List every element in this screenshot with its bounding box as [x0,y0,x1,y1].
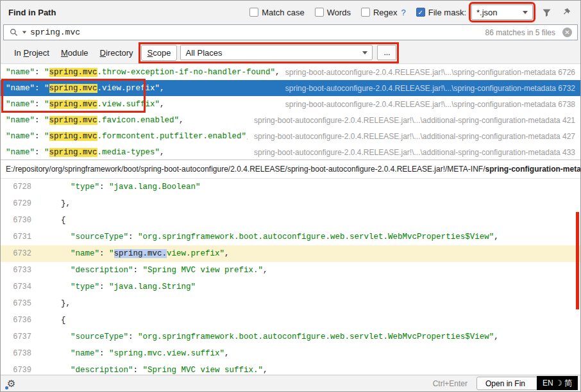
more-options-button[interactable]: ... [377,45,396,60]
file-mask-combo[interactable]: *.json [471,4,533,20]
result-file-path: spring-boot-autoconfigure-2.0.4.RELEASE.… [254,148,575,157]
code-text: "type": "java.lang.String" [42,282,196,291]
line-number: 6735 [1,299,42,308]
result-file-path: spring-boot-autoconfigure-2.0.4.RELEASE.… [254,116,575,125]
line-number: 6734 [1,282,42,291]
code-line: 6729 }, [1,195,580,212]
code-text: "name": "spring.mvc.view.prefix", [42,249,230,258]
line-number: 6730 [1,216,42,225]
line-number: 6739 [1,366,42,375]
code-text: "type": "java.lang.Boolean" [42,183,201,192]
result-file-path: spring-boot-autoconfigure-2.0.4.RELEASE.… [285,68,575,77]
gear-badge-dot [5,386,8,389]
result-match-text: "name": "spring.mvc.media-types", [6,148,248,157]
search-row: spring.mvc 86 matches in 5 files ✕ [1,24,580,42]
filter-icon[interactable] [540,6,553,19]
result-file-path: spring-boot-autoconfigure-2.0.4.RELEASE.… [254,132,575,141]
code-line: 6738 "name": "spring.mvc.view.suffix", [1,345,580,362]
option-label: Regex [373,8,398,17]
preview-file-path: E:/repository/org/springframework/boot/s… [1,159,580,179]
checkbox-icon[interactable] [249,8,258,17]
code-line: 6734 "type": "java.lang.String" [1,279,580,295]
scope-tab-scope[interactable]: Scope [141,45,178,61]
result-match-text: "name": "spring.mvc.view.suffix", [6,100,279,109]
pin-icon[interactable] [560,6,573,19]
line-number: 6738 [1,349,42,358]
code-text: "description": "Spring MVC view prefix."… [42,266,268,275]
option-words[interactable]: Words [315,8,351,17]
ime-indicator: EN ☽ 简 [537,376,578,390]
result-match-text: "name": "spring.mvc.favicon.enabled", [6,116,248,125]
scope-tab-module[interactable]: Module [55,45,94,60]
footer: ⚙ Ctrl+Enter Open in Fin EN ☽ 简 [1,375,580,391]
file-path-text: E:/repository/org/springframework/boot/s… [6,165,485,174]
scope-row: In ProjectModuleDirectory Scope All Plac… [1,42,580,63]
code-line: 6728 "type": "java.lang.Boolean" [1,179,580,195]
search-icon [9,28,19,37]
option-regex[interactable]: Regex? [361,8,406,17]
dialog-header: Find in Path Match caseWordsRegex?✓File … [1,1,580,24]
option-label: Words [327,8,351,17]
line-number: 6736 [1,316,42,325]
result-row[interactable]: "name": "spring.mvc.formcontent.putfilte… [1,128,580,144]
result-row[interactable]: "name": "spring.mvc.view.suffix",spring-… [1,96,580,112]
checkbox-icon[interactable] [315,8,324,17]
clear-search-icon[interactable]: ✕ [562,28,572,37]
code-line: 6730 { [1,212,580,229]
scope-group: Scope All Places ... [141,45,397,61]
search-input[interactable]: spring.mvc [30,28,482,37]
line-number: 6729 [1,199,42,208]
code-text: "sourceType": "org.springframework.boot.… [42,233,499,241]
line-number: 6731 [1,233,42,241]
chevron-down-icon [523,11,528,14]
code-text: "sourceType": "org.springframework.boot.… [42,332,499,341]
code-text: { [42,316,66,325]
search-history-chevron-icon[interactable] [22,31,26,34]
match-count-label: 86 matches in 5 files [485,28,555,37]
result-row[interactable]: "name": "spring.mvc.favicon.enabled",spr… [1,112,580,128]
option-label: File mask: [428,8,466,17]
dialog-title: Find in Path [8,8,56,17]
code-line: 6733 "description": "Spring MVC view pre… [1,262,580,279]
scope-tab-in-project[interactable]: In Project [8,45,55,60]
result-file-path: spring-boot-autoconfigure-2.0.4.RELEASE.… [285,100,575,109]
scope-select[interactable]: All Places [180,45,373,60]
file-mask-value: *.json [476,8,498,17]
code-text: "description": "Spring MVC view suffix."… [42,366,268,375]
option-match-case[interactable]: Match case [249,8,304,17]
scope-tab-directory[interactable]: Directory [94,45,139,60]
result-match-text: "name": "spring.mvc.formcontent.putfilte… [6,132,248,141]
code-text: "name": "spring.mvc.view.suffix", [42,349,230,358]
result-match-text: "name": "spring.mvc.view.prefix", [6,84,279,93]
code-text: }, [42,299,71,308]
result-match-text: "name": "spring.mvc.throw-exception-if-n… [6,68,279,77]
code-line: 6739 "description": "Spring MVC view suf… [1,362,580,375]
find-in-path-dialog: Find in Path Match caseWordsRegex?✓File … [0,0,581,392]
code-line: 6731 "sourceType": "org.springframework.… [1,229,580,245]
option-label: Match case [262,8,304,17]
code-text: { [42,216,66,225]
result-row[interactable]: "name": "spring.mvc.media-types",spring-… [1,144,580,159]
regex-help-link[interactable]: ? [401,8,406,17]
code-line: 6736 { [1,312,580,329]
line-number: 6732 [1,249,42,258]
search-field[interactable]: spring.mvc 86 matches in 5 files ✕ [3,24,578,40]
results-list: "name": "spring.mvc.throw-exception-if-n… [1,63,580,159]
search-options: Match caseWordsRegex?✓File mask: [239,8,466,17]
result-file-path: spring-boot-autoconfigure-2.0.4.RELEASE.… [285,84,575,93]
code-preview[interactable]: 6728 "type": "java.lang.Boolean"6729 },6… [1,179,580,375]
code-line: 6737 "sourceType": "org.springframework.… [1,329,580,345]
file-name-bold: spring-configuration-metad [485,165,580,174]
line-number: 6728 [1,183,42,192]
chevron-down-icon [362,51,367,54]
option-file-mask[interactable]: ✓File mask: [416,8,466,17]
line-number: 6737 [1,332,42,341]
checkbox-checked-icon[interactable]: ✓ [416,8,425,17]
scope-value: All Places [185,48,222,58]
gear-icon[interactable]: ⚙ [7,378,15,389]
result-row[interactable]: "name": "spring.mvc.view.prefix",spring-… [1,80,580,96]
result-row[interactable]: "name": "spring.mvc.throw-exception-if-n… [1,64,580,80]
checkbox-icon[interactable] [361,8,370,17]
code-lines: 6728 "type": "java.lang.Boolean"6729 },6… [1,179,580,375]
line-number: 6733 [1,266,42,275]
